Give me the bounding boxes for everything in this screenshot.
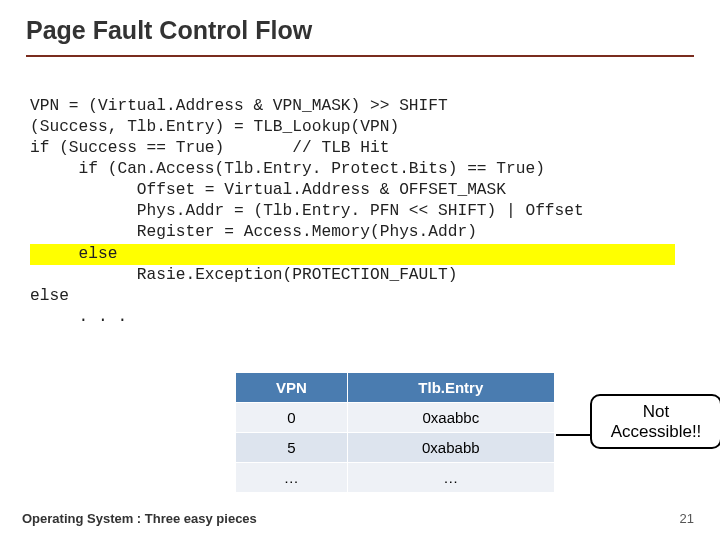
code-line: Offset = Virtual.Address & OFFSET_MASK [30,181,506,199]
code-line: Phys.Addr = (Tlb.Entry. PFN << SHIFT) | … [30,202,584,220]
footer-text: Operating System : Three easy pieces [22,511,257,526]
callout-box: Not Accessible!! [590,394,720,449]
tlb-table: VPN Tlb.Entry 0 0xaabbc 5 0xababb … … [235,372,555,493]
table-cell: 0xaabbc [347,403,554,433]
table-row: 0 0xaabbc [236,403,555,433]
table-cell: 0 [236,403,348,433]
title-underline [26,55,694,57]
table-row: … … [236,463,555,493]
callout-connector [556,434,592,436]
table-cell: … [347,463,554,493]
code-line: . . . [30,308,127,326]
table-header: VPN [236,373,348,403]
callout-text: Accessible!! [611,422,702,441]
code-block: VPN = (Virtual.Address & VPN_MASK) >> SH… [30,75,690,328]
code-line: (Success, Tlb.Entry) = TLB_Lookup(VPN) [30,118,399,136]
code-line: else [30,287,69,305]
callout-text: Not [643,402,669,421]
code-line: Rasie.Exception(PROTECTION_FAULT) [30,266,457,284]
code-line: if (Can.Access(Tlb.Entry. Protect.Bits) … [30,160,545,178]
code-line: Register = Access.Memory(Phys.Addr) [30,223,477,241]
table-header: Tlb.Entry [347,373,554,403]
table-cell: … [236,463,348,493]
table-cell: 5 [236,433,348,463]
table-row: 5 0xababb [236,433,555,463]
page-number: 21 [680,511,694,526]
code-line: VPN = (Virtual.Address & VPN_MASK) >> SH… [30,97,448,115]
page-title: Page Fault Control Flow [26,16,312,44]
code-line-highlight: else [30,244,675,265]
table-cell: 0xababb [347,433,554,463]
code-line: if (Success == True) // TLB Hit [30,139,389,157]
